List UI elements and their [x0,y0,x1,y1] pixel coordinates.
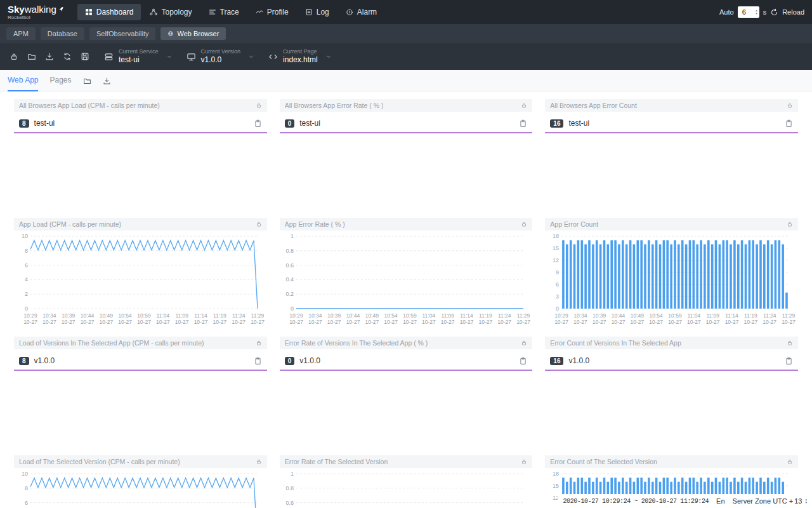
folder-icon[interactable] [23,48,41,65]
selector-label: Current Service [119,48,159,55]
list-item[interactable]: 8 test-ui [14,112,267,132]
nav-item-label: Log [317,8,329,17]
lock-icon[interactable] [787,221,793,227]
svg-text:10-27: 10-27 [612,319,625,325]
svg-text:10-27: 10-27 [440,319,454,325]
lock-icon[interactable] [787,340,793,346]
trace-icon [209,8,216,16]
copy-icon[interactable] [254,357,262,365]
selector-label: Current Version [201,48,241,55]
widget-title: All Browsers App Error Rate ( % ) [285,102,384,109]
widget-card: Error Count of Versions In The Selected … [545,337,798,451]
svg-text:15: 15 [553,245,559,251]
dashboard-toolbar: Current Service test-ui Current Version … [0,43,812,70]
app-logo[interactable]: Skywalking Rocketbot [8,4,65,20]
svg-text:11:14: 11:14 [194,312,207,319]
sync-icon[interactable] [58,48,76,65]
svg-text:10:34: 10:34 [43,312,56,319]
selector-current-service[interactable]: Current Service test-ui [104,48,176,64]
dashboard-tab-web-browser[interactable]: Web Browser [160,27,226,40]
value-bar [280,132,533,133]
svg-text:10-27: 10-27 [251,319,265,325]
item-label: test-ui [299,119,519,128]
rocket-icon [56,4,65,13]
tab-label: APM [13,30,29,37]
widget-header: Error Rate of The Selected Version [280,455,533,468]
svg-text:8: 8 [25,248,28,254]
count-badge: 16 [550,357,563,365]
svg-text:4: 4 [25,276,28,283]
tab-label: SelfObservability [96,30,149,37]
reload-label[interactable]: Reload [782,8,804,16]
monitor-icon [187,52,196,62]
download-icon[interactable] [103,77,111,85]
lock-icon[interactable] [521,221,527,227]
list-item[interactable]: 0 v1.0.0 [280,349,533,370]
download-icon[interactable] [41,48,58,65]
svg-text:10-27: 10-27 [43,319,56,325]
lock-icon[interactable] [256,221,262,227]
save-icon[interactable] [76,48,94,65]
svg-text:10:44: 10:44 [612,312,625,319]
svg-text:11:29: 11:29 [516,312,530,319]
lock-icon[interactable] [256,102,262,109]
nav-item-trace[interactable]: Trace [201,4,247,20]
selector-current-page[interactable]: Current Page index.html [268,48,336,64]
svg-text:10-27: 10-27 [365,319,379,325]
topology-icon [150,8,157,16]
svg-text:12: 12 [553,257,559,264]
folder-icon[interactable] [83,77,91,85]
copy-icon[interactable] [519,357,527,365]
item-label: v1.0.0 [34,356,254,365]
lock-icon[interactable] [5,48,23,65]
chart-canvas: 00.20.40.60.8110:2910-2710:3410-2710:391… [280,232,531,328]
list-item[interactable]: 16 test-ui [545,112,798,132]
widget-title: Error Rate of The Selected Version [285,458,388,465]
list-item[interactable]: 16 v1.0.0 [545,349,798,370]
reload-icon[interactable] [770,8,778,17]
log-icon [305,8,313,16]
auto-interval-input[interactable]: 6 [738,6,759,18]
lock-icon[interactable] [521,458,527,465]
copy-icon[interactable] [785,119,793,128]
alarm-icon [346,8,353,16]
nav-item-alarm[interactable]: Alarm [338,4,384,20]
svg-text:10:49: 10:49 [631,312,645,319]
time-range-picker[interactable]: 2020-10-27 10:29:24 ~ 2020-10-27 11:29:2… [563,498,709,505]
nav-item-log[interactable]: Log [298,4,337,20]
svg-text:10:49: 10:49 [365,312,379,319]
page-tab-web-app[interactable]: Web App [8,70,38,91]
count-badge: 8 [19,119,29,128]
dashboard-tab-apm[interactable]: APM [6,27,36,40]
list-item[interactable]: 0 test-ui [280,112,533,132]
lock-icon[interactable] [256,458,262,465]
lock-icon[interactable] [787,458,793,465]
brand-text: walking [25,4,56,14]
list-item[interactable]: 8 v1.0.0 [14,349,267,370]
brand-text-bold: Sky [8,4,25,14]
lock-icon[interactable] [521,102,527,109]
nav-item-profile[interactable]: Profile [248,4,296,20]
page-tab-pages[interactable]: Pages [49,70,71,91]
stepper-icon[interactable] [756,9,757,15]
dashboard-tab-database[interactable]: Database [41,27,84,40]
server-zone-value[interactable]: 13 [794,497,802,505]
copy-icon[interactable] [254,119,262,128]
stepper-icon[interactable] [805,498,807,504]
widget-title: All Browsers App Load (CPM - calls per m… [19,102,160,109]
lock-icon[interactable] [787,102,793,109]
nav-item-topology[interactable]: Topology [142,4,199,20]
svg-text:0: 0 [291,305,294,312]
svg-text:11:29: 11:29 [251,312,265,319]
lock-icon[interactable] [521,340,527,346]
lock-icon[interactable] [256,340,262,346]
svg-text:10-27: 10-27 [137,319,151,325]
copy-icon[interactable] [785,357,793,365]
selector-current-version[interactable]: Current Version v1.0.0 [187,48,259,64]
copy-icon[interactable] [519,119,527,128]
language-select[interactable]: En [716,497,724,505]
dashboard-tab-selfobservability[interactable]: SelfObservability [89,27,156,40]
item-label: v1.0.0 [568,356,785,365]
nav-item-dashboard[interactable]: Dashboard [77,4,141,20]
svg-text:6: 6 [25,500,28,506]
